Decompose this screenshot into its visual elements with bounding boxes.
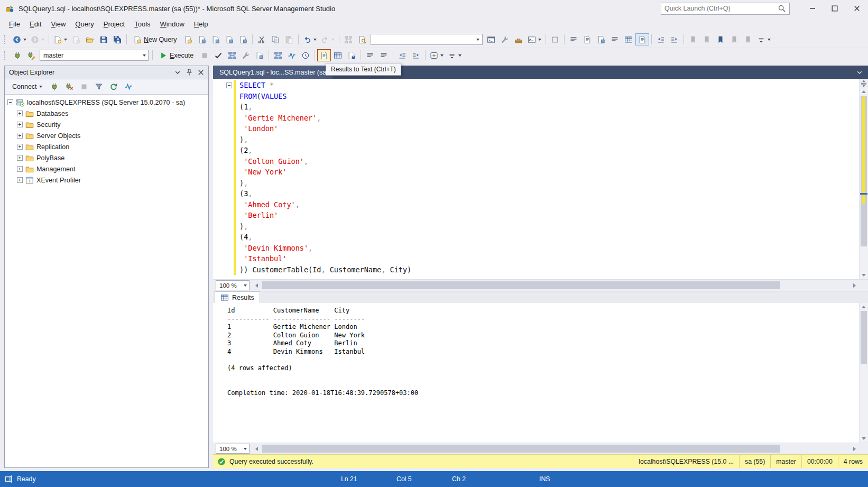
menu-tools[interactable]: Tools: [130, 18, 155, 30]
results-output[interactable]: Id CustomerName City ----------- -------…: [213, 303, 859, 443]
menu-window[interactable]: Window: [155, 18, 189, 30]
scroll-right-arrow[interactable]: [850, 283, 859, 288]
scroll-down-arrow[interactable]: [860, 271, 868, 279]
results-to-text-icon[interactable]: [317, 49, 331, 61]
cut-icon[interactable]: [255, 33, 269, 45]
activity-icon[interactable]: [122, 81, 135, 93]
uncomment-icon[interactable]: [377, 49, 391, 61]
intellisense-toggle-icon[interactable]: [635, 33, 649, 45]
tree-collapse-expander[interactable]: [7, 99, 13, 105]
toolbar-options-icon[interactable]: [446, 49, 464, 61]
xmla-query-icon[interactable]: [223, 33, 236, 45]
tree-expand-expander[interactable]: [17, 166, 23, 172]
dax-query-icon[interactable]: [236, 33, 250, 45]
tree-expand-expander[interactable]: [17, 111, 23, 116]
collapse-region-icon[interactable]: [226, 82, 232, 88]
results-scroll-down-arrow[interactable]: [860, 435, 868, 443]
panel-menu-button[interactable]: [172, 68, 183, 78]
execute-button[interactable]: Execute: [155, 49, 198, 61]
refresh-icon[interactable]: [107, 81, 121, 93]
tree-node-management[interactable]: Management: [5, 163, 208, 174]
open-file-icon[interactable]: [83, 33, 97, 45]
disconnect-icon[interactable]: [62, 81, 76, 93]
panel-splitter[interactable]: [209, 66, 213, 468]
panel-close-button[interactable]: [196, 68, 206, 78]
quick-launch-input[interactable]: Quick Launch (Ctrl+Q): [661, 3, 790, 15]
live-statistics-icon[interactable]: [285, 49, 299, 61]
complete-word-icon[interactable]: [608, 33, 622, 45]
client-statistics-icon[interactable]: [299, 49, 312, 61]
estimated-plan-icon[interactable]: [225, 49, 239, 61]
increase-indent-icon[interactable]: [668, 33, 681, 45]
tree-node-databases[interactable]: Databases: [5, 108, 208, 119]
sql-editor[interactable]: SELECT *FROM(VALUES(1, 'Gertie Michener'…: [213, 79, 868, 279]
maximize-button[interactable]: [824, 0, 846, 17]
connect-object-icon[interactable]: [48, 81, 61, 93]
filter-icon[interactable]: [92, 81, 106, 93]
results-vertical-scrollbar[interactable]: [859, 303, 868, 443]
results-scroll-track[interactable]: [860, 311, 868, 435]
quick-launch-search-icon[interactable]: [778, 4, 786, 13]
comment-icon[interactable]: [363, 49, 377, 61]
results-scroll-thumb[interactable]: [861, 311, 867, 364]
tree-node-server[interactable]: localhost\SQLEXPRESS (SQL Server 15.0.20…: [5, 97, 208, 108]
find-combo[interactable]: [371, 34, 483, 45]
decrease-indent-icon[interactable]: [395, 49, 409, 61]
intellisense-enabled-icon[interactable]: [253, 49, 266, 61]
toolbar-grip[interactable]: [4, 51, 7, 60]
undo-icon[interactable]: [301, 33, 319, 45]
change-connection-icon[interactable]: [24, 49, 38, 61]
panel-pin-button[interactable]: [184, 68, 195, 78]
tree-expand-expander[interactable]: [17, 144, 23, 150]
connect-button[interactable]: Connect: [8, 81, 47, 93]
mdx-query-icon[interactable]: [195, 33, 209, 45]
editor-scroll-track[interactable]: [860, 96, 868, 271]
editor-hscroll-track[interactable]: [261, 280, 850, 291]
scroll-up-arrow[interactable]: [860, 88, 868, 96]
tab-results[interactable]: Results: [215, 291, 260, 303]
object-explorer-header[interactable]: Object Explorer: [5, 66, 208, 79]
results-hscroll-thumb[interactable]: [262, 445, 780, 453]
results-to-grid-icon[interactable]: [331, 49, 345, 61]
split-editor-handle[interactable]: [860, 79, 868, 88]
find-in-files-icon[interactable]: [355, 33, 369, 45]
menu-help[interactable]: Help: [189, 18, 213, 30]
toolbar-options-icon[interactable]: [755, 33, 773, 45]
toolbar-grip[interactable]: [4, 35, 7, 44]
parameter-info-icon[interactable]: [580, 33, 594, 45]
tree-node-replication[interactable]: Replication: [5, 141, 208, 152]
quick-info-icon[interactable]: [594, 33, 608, 45]
results-to-file-icon[interactable]: [345, 49, 358, 61]
increase-indent-icon[interactable]: [409, 49, 423, 61]
tree-expand-expander[interactable]: [17, 133, 23, 139]
tab-sqlquery1[interactable]: SQLQuery1.sql - loc...SS.master (sa: [213, 66, 333, 79]
template-explorer-icon[interactable]: [512, 33, 525, 45]
minimize-button[interactable]: [801, 0, 824, 17]
activity-monitor-icon[interactable]: [484, 33, 498, 45]
template-parameters-icon[interactable]: [428, 49, 446, 61]
results-scroll-right-arrow[interactable]: [850, 447, 859, 451]
tree-node-polybase[interactable]: PolyBase: [5, 152, 208, 163]
new-project-icon[interactable]: [51, 33, 69, 45]
tree-node-server-objects[interactable]: Server Objects: [5, 130, 208, 141]
parse-icon[interactable]: [211, 49, 225, 61]
member-list-icon[interactable]: [567, 33, 580, 45]
copy-icon[interactable]: [269, 33, 282, 45]
query-options-icon[interactable]: [239, 49, 253, 61]
results-scroll-up-arrow[interactable]: [860, 303, 868, 311]
new-query-button[interactable]: New Query: [129, 33, 181, 45]
toggle-bookmark-icon[interactable]: [714, 33, 727, 45]
connect-icon[interactable]: [11, 49, 24, 61]
results-scroll-left-arrow[interactable]: [252, 447, 261, 451]
tree-expand-expander[interactable]: [17, 155, 23, 161]
menu-edit[interactable]: Edit: [25, 18, 46, 30]
actual-plan-icon[interactable]: [271, 49, 285, 61]
tab-list-icon[interactable]: [855, 68, 864, 77]
dmx-query-icon[interactable]: [209, 33, 223, 45]
menu-query[interactable]: Query: [70, 18, 98, 30]
tree-expand-expander[interactable]: [17, 122, 23, 127]
save-icon[interactable]: [97, 33, 110, 45]
editor-hscroll-thumb[interactable]: [262, 281, 780, 289]
tree-node-security[interactable]: Security: [5, 119, 208, 130]
code-area[interactable]: SELECT *FROM(VALUES(1, 'Gertie Michener'…: [236, 79, 859, 279]
